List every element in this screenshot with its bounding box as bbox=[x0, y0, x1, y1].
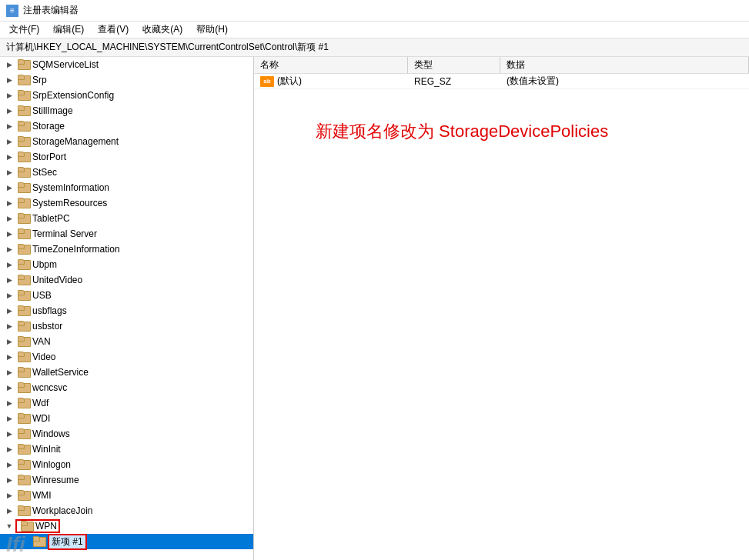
tree-item-workplacejoin[interactable]: WorkplaceJoin bbox=[0, 503, 253, 518]
expand-winresume[interactable] bbox=[3, 474, 15, 486]
tree-item-usbstor[interactable]: usbstor bbox=[0, 318, 253, 334]
tree-item-timezoneinformation[interactable]: TimeZoneInformation bbox=[0, 242, 253, 257]
label-ubpm: Ubpm bbox=[32, 259, 57, 270]
folder-icon-winlogon bbox=[18, 459, 30, 470]
expand-walletservice[interactable] bbox=[3, 366, 15, 378]
folder-icon-windows bbox=[18, 428, 30, 439]
column-header-type[interactable]: 类型 bbox=[408, 57, 500, 73]
expand-video[interactable] bbox=[3, 351, 15, 363]
reg-sz-icon: ab bbox=[260, 76, 274, 87]
label-winlogon: Winlogon bbox=[32, 459, 71, 470]
menu-file[interactable]: 文件(F) bbox=[3, 22, 45, 38]
expand-srp[interactable] bbox=[3, 74, 15, 86]
folder-icon-video bbox=[18, 352, 30, 362]
tree-item-winresume[interactable]: Winresume bbox=[0, 472, 253, 488]
expand-tabletpc[interactable] bbox=[3, 212, 15, 225]
label-video: Video bbox=[32, 352, 55, 362]
tree-item-unitedvideo[interactable]: UnitedVideo bbox=[0, 272, 253, 288]
expand-wdi[interactable] bbox=[3, 412, 15, 425]
tree-scroll[interactable]: SQMServiceList Srp SrpExtensionConfig St… bbox=[0, 57, 253, 560]
expand-storagemanagement[interactable] bbox=[3, 135, 15, 148]
tree-item-new-item[interactable]: 新项 #1 bbox=[0, 534, 253, 549]
value-type: REG_SZ bbox=[414, 76, 451, 87]
expand-systemresources[interactable] bbox=[3, 197, 15, 209]
tree-item-usbflags[interactable]: usbflags bbox=[0, 303, 253, 318]
table-row[interactable]: ab (默认) REG_SZ (数值未设置) bbox=[254, 74, 749, 89]
column-header-data[interactable]: 数据 bbox=[500, 57, 749, 73]
tree-item-systemresources[interactable]: SystemResources bbox=[0, 195, 253, 211]
tree-item-wdf[interactable]: Wdf bbox=[0, 395, 253, 411]
tree-item-wdi[interactable]: WDI bbox=[0, 411, 253, 426]
expand-usbflags[interactable] bbox=[3, 305, 15, 317]
menu-help[interactable]: 帮助(H) bbox=[190, 22, 234, 38]
tree-item-walletservice[interactable]: WalletService bbox=[0, 365, 253, 380]
expand-stsec[interactable] bbox=[3, 166, 15, 178]
label-unitedvideo: UnitedVideo bbox=[32, 275, 82, 285]
expand-unitedvideo[interactable] bbox=[3, 274, 15, 286]
folder-icon-systeminformation bbox=[18, 182, 30, 193]
tree-item-windows[interactable]: Windows bbox=[0, 426, 253, 442]
folder-icon-usbstor bbox=[18, 321, 30, 332]
folder-icon-sqmservicelist bbox=[18, 59, 30, 70]
folder-icon-wcncsvc bbox=[18, 382, 30, 393]
column-header-name[interactable]: 名称 bbox=[254, 57, 408, 73]
label-wininit: WinInit bbox=[32, 444, 61, 455]
annotation-text: 新建项名修改为 StorageDevicePolicies bbox=[316, 122, 608, 141]
expand-srpextensionconfig[interactable] bbox=[3, 89, 15, 102]
tree-item-wininit[interactable]: WinInit bbox=[0, 442, 253, 457]
tree-item-winlogon[interactable]: Winlogon bbox=[0, 457, 253, 472]
folder-icon-wpn bbox=[21, 521, 33, 532]
tree-item-srp[interactable]: Srp bbox=[0, 72, 253, 88]
menu-favorites[interactable]: 收藏夹(A) bbox=[136, 22, 189, 38]
address-path: 计算机\HKEY_LOCAL_MACHINE\SYSTEM\CurrentCon… bbox=[6, 41, 329, 54]
tree-item-sqmservicelist[interactable]: SQMServiceList bbox=[0, 57, 253, 72]
tree-item-storage[interactable]: Storage bbox=[0, 118, 253, 134]
tree-item-wmi[interactable]: WMI bbox=[0, 488, 253, 503]
expand-timezoneinformation[interactable] bbox=[3, 243, 15, 255]
expand-terminalserver[interactable] bbox=[3, 228, 15, 240]
expand-wmi[interactable] bbox=[3, 489, 15, 502]
label-windows: Windows bbox=[32, 428, 70, 439]
expand-workplacejoin[interactable] bbox=[3, 505, 15, 517]
tree-item-usb[interactable]: USB bbox=[0, 288, 253, 303]
expand-winlogon[interactable] bbox=[3, 458, 15, 471]
tree-item-terminalserver[interactable]: Terminal Server bbox=[0, 226, 253, 242]
expand-storport[interactable] bbox=[3, 151, 15, 163]
menu-view[interactable]: 查看(V) bbox=[92, 22, 135, 38]
folder-icon-storagemanagement bbox=[18, 136, 30, 147]
main-content: SQMServiceList Srp SrpExtensionConfig St… bbox=[0, 57, 749, 560]
expand-sqmservicelist[interactable] bbox=[3, 58, 15, 71]
tree-item-srpextensionconfig[interactable]: SrpExtensionConfig bbox=[0, 88, 253, 103]
expand-usbstor[interactable] bbox=[3, 320, 15, 332]
registry-tree-panel: SQMServiceList Srp SrpExtensionConfig St… bbox=[0, 57, 254, 560]
folder-icon-wdf bbox=[18, 398, 30, 408]
label-terminalserver: Terminal Server bbox=[32, 228, 97, 239]
expand-ubpm[interactable] bbox=[3, 258, 15, 271]
tree-item-tabletpc[interactable]: TabletPC bbox=[0, 211, 253, 226]
expand-stillimage[interactable] bbox=[3, 105, 15, 117]
tree-item-ubpm[interactable]: Ubpm bbox=[0, 257, 253, 272]
tree-item-systeminformation[interactable]: SystemInformation bbox=[0, 180, 253, 195]
tree-item-stillimage[interactable]: StillImage bbox=[0, 103, 253, 118]
expand-van[interactable] bbox=[3, 335, 15, 348]
expand-wininit[interactable] bbox=[3, 443, 15, 455]
tree-item-storagemanagement[interactable]: StorageManagement bbox=[0, 134, 253, 149]
expand-wcncsvc[interactable] bbox=[3, 382, 15, 394]
expand-usb[interactable] bbox=[3, 289, 15, 302]
folder-icon-workplacejoin bbox=[18, 505, 30, 516]
tree-item-storport[interactable]: StorPort bbox=[0, 149, 253, 165]
folder-icon-storage bbox=[18, 121, 30, 132]
expand-systeminformation[interactable] bbox=[3, 182, 15, 194]
menu-edit[interactable]: 编辑(E) bbox=[47, 22, 90, 38]
tree-item-stsec[interactable]: StSec bbox=[0, 165, 253, 180]
expand-wpn[interactable]: ▼ bbox=[3, 520, 15, 532]
tree-item-van[interactable]: VAN bbox=[0, 334, 253, 349]
tree-item-wcncsvc[interactable]: wcncsvc bbox=[0, 380, 253, 395]
tree-item-video[interactable]: Video bbox=[0, 349, 253, 365]
tree-item-wpn[interactable]: ▼ WPN bbox=[0, 518, 253, 534]
expand-storage[interactable] bbox=[3, 120, 15, 132]
folder-icon-unitedvideo bbox=[18, 275, 30, 285]
expand-wdf[interactable] bbox=[3, 397, 15, 409]
title-bar: ≡ 注册表编辑器 bbox=[0, 0, 749, 22]
expand-windows[interactable] bbox=[3, 428, 15, 440]
